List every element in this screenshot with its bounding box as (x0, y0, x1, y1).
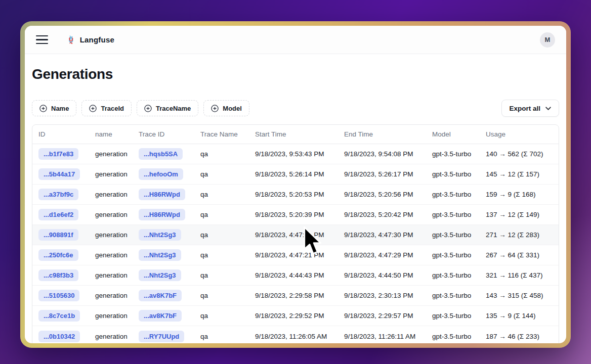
generation-id-badge: ...8c7ce1b (38, 310, 95, 322)
generation-id-badge[interactable]: ...c98f3b3 (38, 269, 78, 281)
trace-id-badge[interactable]: ...H86RWpd (139, 189, 185, 200)
generation-id-badge[interactable]: ...908891f (38, 229, 78, 241)
usage-cell: 137 → 12 (Σ 149) (486, 211, 553, 218)
chevron-down-icon (545, 105, 552, 112)
trace-name-cell: qa (200, 170, 255, 178)
trace-name-cell: qa (200, 333, 255, 340)
generation-id-badge: ...0b10342 (38, 331, 95, 342)
end-time-cell: 9/18/2023, 9:54:08 PM (344, 150, 432, 158)
column-header-trace-name: Trace Name (200, 130, 255, 138)
trace-id-badge[interactable]: ...Nht2Sg3 (139, 269, 181, 281)
generation-id-badge[interactable]: ...a37bf9c (38, 189, 78, 200)
end-time-cell: 9/18/2023, 5:20:42 PM (344, 211, 432, 218)
generation-id-badge: ...908891f (38, 229, 95, 241)
trace-id-badge[interactable]: ...H86RWpd (139, 209, 185, 220)
generation-id-badge[interactable]: ...d1e6ef2 (38, 209, 78, 220)
table-row[interactable]: ...8c7ce1bgeneration...av8K7bFqa9/18/202… (32, 306, 559, 326)
generation-name-cell: generation (95, 271, 139, 279)
end-time-cell: 9/18/2023, 11:26:11 AM (344, 333, 432, 340)
model-cell: gpt-3.5-turbo (432, 170, 486, 178)
trace-id-badge: ...hefooOm (139, 168, 200, 180)
brand[interactable]: 🪢 Langfuse (66, 35, 114, 44)
trace-id-badge[interactable]: ...Nht2Sg3 (139, 249, 181, 261)
column-header-usage: Usage (486, 130, 553, 138)
generation-id-badge: ...5b44a17 (38, 168, 95, 180)
table-row[interactable]: ...b1f7e83generation...hqsb5SAqa9/18/202… (32, 144, 559, 164)
trace-id-badge[interactable]: ...hefooOm (139, 168, 183, 180)
start-time-cell: 9/18/2023, 9:53:43 PM (255, 150, 344, 158)
app-window: 🪢 Langfuse M Generations Name TraceId (20, 21, 571, 348)
app-window-content: 🪢 Langfuse M Generations Name TraceId (25, 26, 566, 343)
model-cell: gpt-3.5-turbo (432, 271, 486, 279)
model-cell: gpt-3.5-turbo (432, 150, 486, 158)
table-row[interactable]: ...d1e6ef2generation...H86RWpdqa9/18/202… (32, 205, 559, 225)
generation-id-badge[interactable]: ...8c7ce1b (38, 310, 80, 322)
plus-circle-icon (39, 105, 47, 112)
start-time-cell: 9/18/2023, 4:47:21 PM (255, 251, 344, 259)
column-header-trace-id: Trace ID (139, 130, 200, 138)
trace-id-badge: ...Nht2Sg3 (139, 229, 200, 241)
end-time-cell: 9/18/2023, 5:20:56 PM (344, 191, 432, 198)
table-row[interactable]: ...c98f3b3generation...Nht2Sg3qa9/18/202… (32, 265, 559, 286)
generation-id-badge[interactable]: ...250fc6e (38, 249, 78, 261)
end-time-cell: 9/18/2023, 5:26:17 PM (344, 170, 432, 178)
end-time-cell: 9/18/2023, 4:47:30 PM (344, 231, 432, 239)
filter-button-traceid[interactable]: TraceId (81, 100, 132, 116)
start-time-cell: 9/18/2023, 4:44:43 PM (255, 271, 344, 279)
generation-name-cell: generation (95, 292, 139, 299)
model-cell: gpt-3.5-turbo (432, 231, 486, 239)
trace-id-badge[interactable]: ...Nht2Sg3 (139, 229, 181, 241)
start-time-cell: 9/18/2023, 2:29:52 PM (255, 312, 344, 320)
user-avatar[interactable]: M (540, 32, 555, 48)
trace-id-badge: ...av8K7bF (139, 290, 200, 301)
export-all-button[interactable]: Export all (501, 100, 559, 117)
column-header-name: name (95, 130, 139, 138)
generation-id-badge[interactable]: ...5105630 (38, 290, 79, 301)
trace-id-badge[interactable]: ...av8K7bF (139, 310, 182, 322)
usage-cell: 140 → 562 (Σ 702) (486, 150, 553, 158)
end-time-cell: 9/18/2023, 4:44:50 PM (344, 271, 432, 279)
generation-id-badge: ...a37bf9c (38, 189, 95, 200)
filter-button-tracename[interactable]: TraceName (137, 100, 198, 116)
table-row[interactable]: ...a37bf9cgeneration...H86RWpdqa9/18/202… (32, 185, 559, 205)
generation-name-cell: generation (95, 312, 139, 320)
table-row[interactable]: ...5b44a17generation...hefooOmqa9/18/202… (32, 164, 559, 185)
usage-cell: 321 → 116 (Σ 437) (486, 271, 553, 279)
table-header-row: ID name Trace ID Trace Name Start Time E… (32, 125, 559, 144)
column-header-id: ID (38, 130, 95, 138)
generation-id-badge[interactable]: ...0b10342 (38, 331, 80, 342)
trace-id-badge[interactable]: ...hqsb5SA (139, 148, 183, 160)
filter-button-name[interactable]: Name (32, 100, 76, 116)
trace-id-badge: ...Nht2Sg3 (139, 269, 200, 281)
table-row[interactable]: ...5105630generation...av8K7bFqa9/18/202… (32, 286, 559, 306)
model-cell: gpt-3.5-turbo (432, 211, 486, 218)
trace-name-cell: qa (200, 191, 255, 198)
generation-name-cell: generation (95, 170, 139, 178)
topbar: 🪢 Langfuse M (25, 26, 566, 54)
model-cell: gpt-3.5-turbo (432, 292, 486, 299)
table-body: ...b1f7e83generation...hqsb5SAqa9/18/202… (32, 144, 559, 343)
table-row[interactable]: ...250fc6egeneration...Nht2Sg3qa9/18/202… (32, 245, 559, 265)
usage-cell: 159 → 9 (Σ 168) (486, 191, 553, 198)
brand-name: Langfuse (80, 35, 114, 44)
trace-id-badge[interactable]: ...RY7UUpd (139, 331, 184, 342)
trace-id-badge: ...av8K7bF (139, 310, 200, 322)
generation-id-badge[interactable]: ...5b44a17 (38, 168, 80, 180)
model-cell: gpt-3.5-turbo (432, 251, 486, 259)
start-time-cell: 9/18/2023, 4:47:22 PM (255, 231, 344, 239)
generation-id-badge[interactable]: ...b1f7e83 (38, 148, 78, 160)
table-row[interactable]: ...908891fgeneration...Nht2Sg3qa9/18/202… (32, 225, 559, 245)
filter-button-model[interactable]: Model (203, 100, 249, 116)
generation-name-cell: generation (95, 150, 139, 158)
trace-id-badge[interactable]: ...av8K7bF (139, 290, 182, 301)
generation-id-badge: ...d1e6ef2 (38, 209, 95, 220)
trace-id-badge: ...H86RWpd (139, 209, 200, 220)
generation-id-badge: ...5105630 (38, 290, 95, 301)
table-row[interactable]: ...0b10342generation...RY7UUpdqa9/18/202… (32, 326, 559, 343)
generations-table: ID name Trace ID Trace Name Start Time E… (32, 124, 559, 343)
model-cell: gpt-3.5-turbo (432, 191, 486, 198)
trace-id-badge: ...hqsb5SA (139, 148, 200, 160)
start-time-cell: 9/18/2023, 5:20:53 PM (255, 191, 344, 198)
hamburger-menu-icon[interactable] (36, 35, 48, 44)
trace-id-badge: ...Nht2Sg3 (139, 249, 200, 261)
